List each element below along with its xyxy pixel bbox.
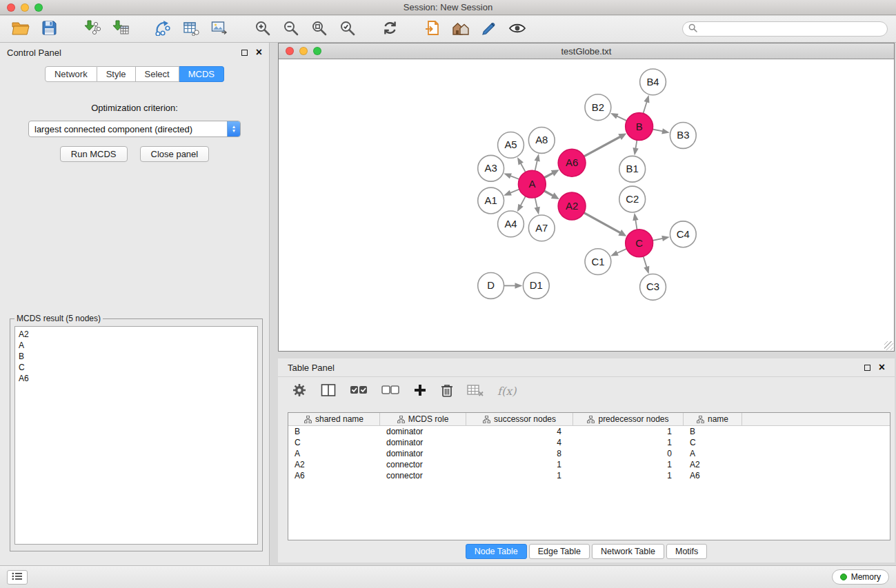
- graph-node-A8[interactable]: A8: [528, 128, 555, 154]
- show-hide-button[interactable]: [505, 18, 530, 40]
- tab-node-table[interactable]: Node Table: [466, 544, 527, 559]
- graph-node-C4[interactable]: C4: [670, 221, 696, 247]
- column-header-predecessor-nodes[interactable]: predecessor nodes: [573, 413, 684, 425]
- graph-edge-B-B1[interactable]: [635, 140, 637, 150]
- graph-edge-C-C4[interactable]: [653, 239, 664, 241]
- new-network-button[interactable]: [150, 18, 175, 40]
- table-row[interactable]: A2connector11A2: [288, 459, 890, 470]
- graph-edge-A-A5[interactable]: [520, 163, 526, 172]
- graph-edge-A-A8[interactable]: [535, 160, 538, 171]
- show-columns-button[interactable]: [321, 383, 336, 399]
- graph-edge-B-B4[interactable]: [643, 101, 647, 113]
- network-minimize-button[interactable]: [299, 47, 308, 55]
- graph-edge-B-B3[interactable]: [653, 130, 664, 132]
- delete-column-button[interactable]: [441, 383, 453, 400]
- network-zoom-button[interactable]: [313, 47, 321, 55]
- table-row[interactable]: Adominator80A: [288, 448, 890, 459]
- column-header-name[interactable]: name: [684, 413, 742, 425]
- graph-node-A[interactable]: A: [518, 170, 546, 198]
- close-table-panel-button[interactable]: ×: [879, 363, 885, 372]
- export-image-button[interactable]: [207, 18, 232, 40]
- graph-node-A4[interactable]: A4: [498, 211, 524, 237]
- graph-node-B2[interactable]: B2: [585, 94, 611, 121]
- table-row[interactable]: Bdominator41B: [288, 426, 890, 437]
- import-table-button[interactable]: [108, 18, 132, 40]
- graph-node-A5[interactable]: A5: [498, 132, 524, 159]
- function-builder-button[interactable]: f(x): [497, 385, 516, 398]
- graph-node-A3[interactable]: A3: [478, 155, 504, 181]
- tab-network-table[interactable]: Network Table: [592, 544, 664, 559]
- graph-edge-A-A7[interactable]: [535, 198, 538, 209]
- search-field[interactable]: [682, 21, 888, 37]
- tab-edge-table[interactable]: Edge Table: [529, 544, 590, 559]
- save-session-button[interactable]: [37, 18, 61, 40]
- float-table-panel-button[interactable]: [864, 365, 870, 371]
- search-input[interactable]: [701, 24, 882, 34]
- graph-node-A7[interactable]: A7: [528, 215, 555, 241]
- graph-edge-A-A3[interactable]: [510, 176, 519, 179]
- graph-node-C1[interactable]: C1: [585, 249, 611, 275]
- result-item[interactable]: A2: [19, 329, 254, 340]
- float-panel-button[interactable]: [241, 50, 248, 56]
- graph-node-A1[interactable]: A1: [478, 187, 504, 214]
- graph-edge-A-A1[interactable]: [509, 190, 519, 194]
- graph-node-D1[interactable]: D1: [523, 273, 549, 299]
- tab-network[interactable]: Network: [45, 66, 97, 82]
- graph-edge-A-A2[interactable]: [544, 191, 554, 196]
- column-header-successor-nodes[interactable]: successor nodes: [466, 413, 573, 425]
- task-history-button[interactable]: [7, 570, 28, 585]
- table-row[interactable]: A6connector11A6: [288, 470, 890, 481]
- run-mcds-button[interactable]: Run MCDS: [60, 146, 128, 162]
- graph-node-B4[interactable]: B4: [640, 69, 666, 95]
- result-item[interactable]: A: [19, 340, 254, 351]
- close-panel-action-button[interactable]: Close panel: [140, 146, 210, 162]
- criterion-select[interactable]: largest connected component (directed) ▲…: [28, 121, 241, 137]
- zoom-selected-button[interactable]: [335, 18, 359, 40]
- graph-node-C2[interactable]: C2: [619, 186, 646, 212]
- deselect-all-button[interactable]: [381, 384, 399, 398]
- graph-node-B[interactable]: B: [626, 113, 653, 141]
- network-window-titlebar[interactable]: testGlobe.txt: [279, 43, 894, 59]
- zoom-in-button[interactable]: [250, 18, 275, 40]
- graph-node-C[interactable]: C: [626, 230, 653, 257]
- zoom-window-button[interactable]: [34, 3, 43, 12]
- graph-node-C3[interactable]: C3: [640, 274, 666, 301]
- minimize-window-button[interactable]: [21, 3, 29, 12]
- graph-edge-C-C1[interactable]: [616, 249, 626, 254]
- network-close-button[interactable]: [286, 47, 294, 55]
- column-header-mcds-role[interactable]: MCDS role: [380, 413, 466, 425]
- refresh-layout-button[interactable]: [377, 18, 402, 40]
- home-button[interactable]: [448, 18, 473, 40]
- graph-edge-A2-C[interactable]: [584, 213, 621, 234]
- zoom-out-button[interactable]: [278, 18, 303, 40]
- table-settings-button[interactable]: [292, 383, 307, 400]
- memory-button[interactable]: Memory: [832, 569, 889, 585]
- zoom-fit-button[interactable]: [306, 18, 331, 40]
- mcds-result-list[interactable]: A2ABCA6: [14, 326, 258, 545]
- select-all-button[interactable]: [350, 384, 368, 398]
- network-canvas[interactable]: B4B2BB3A5A8A6B1A3AC2A1A2A4A7C4C1CC3DD1: [279, 59, 894, 351]
- tab-mcds[interactable]: MCDS: [179, 66, 224, 82]
- tab-select[interactable]: Select: [136, 66, 179, 82]
- column-header-shared-name[interactable]: shared name: [288, 413, 380, 425]
- result-item[interactable]: C: [19, 362, 254, 373]
- open-file-button[interactable]: [8, 18, 33, 40]
- new-table-button[interactable]: [179, 18, 203, 40]
- tab-style[interactable]: Style: [97, 66, 136, 82]
- graph-node-A6[interactable]: A6: [558, 149, 586, 176]
- graph-edge-A6-B[interactable]: [584, 136, 621, 156]
- close-window-button[interactable]: [7, 3, 15, 12]
- graph-node-B1[interactable]: B1: [619, 156, 646, 182]
- graph-edge-A-A6[interactable]: [544, 172, 554, 177]
- close-panel-button[interactable]: ×: [256, 48, 262, 57]
- graph-node-B3[interactable]: B3: [670, 123, 696, 149]
- graph-edge-C-C3[interactable]: [644, 256, 647, 268]
- add-column-button[interactable]: [413, 383, 427, 399]
- open-recent-button[interactable]: [420, 18, 445, 40]
- import-network-button[interactable]: [79, 18, 104, 40]
- graph-node-D[interactable]: D: [478, 273, 504, 299]
- table-row[interactable]: Cdominator41C: [288, 437, 890, 448]
- result-item[interactable]: B: [19, 351, 254, 362]
- graph-edge-C-C2[interactable]: [635, 219, 637, 230]
- graph-edge-B-B2[interactable]: [616, 116, 627, 121]
